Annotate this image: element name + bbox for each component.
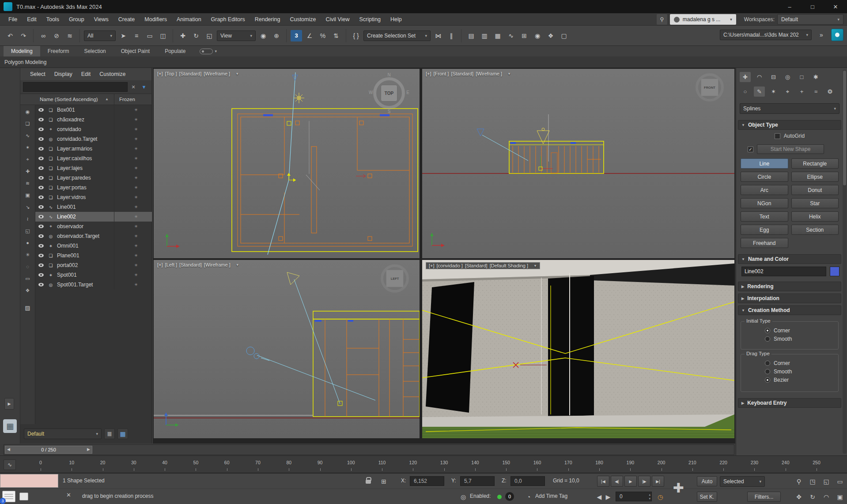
maxscript-mini-listener[interactable]: [0, 474, 58, 488]
object-name[interactable]: Layer:caixilhos: [57, 155, 120, 162]
active-layer-dropdown[interactable]: Default ▾: [24, 429, 102, 439]
viewport-filter-icon[interactable]: ▼: [507, 72, 511, 76]
rollout-name-and-color[interactable]: ▼ Name and Color: [738, 254, 841, 264]
maxscript-icon[interactable]: { }: [350, 30, 362, 41]
spinner-snap-icon[interactable]: ⇅: [330, 30, 342, 41]
viewport-label-segment[interactable]: [Top ]: [165, 71, 177, 76]
frozen-toggle-icon[interactable]: ✳: [120, 156, 152, 161]
hierarchy-tab-icon[interactable]: ⊟: [768, 72, 779, 82]
object-name[interactable]: observador: [57, 223, 120, 229]
key-filters-button[interactable]: Filters...: [747, 492, 781, 502]
frozen-toggle-icon[interactable]: ✳: [120, 117, 152, 122]
viewport-label-segment[interactable]: [convidado ]: [437, 263, 463, 268]
visibility-eye-icon[interactable]: [38, 108, 44, 112]
viewport-label-segment[interactable]: [Standard]: [451, 71, 473, 76]
visibility-eye-icon[interactable]: [38, 118, 44, 121]
explorer-search-input[interactable]: [23, 82, 128, 92]
explorer-settings-icon[interactable]: ❖: [23, 286, 33, 294]
radio-corner[interactable]: Corner: [765, 360, 838, 366]
button-arc[interactable]: Arc: [741, 185, 788, 195]
viewcube-mini[interactable]: LEFT: [386, 270, 404, 287]
reference-coordinate-system-dropdown[interactable]: View ▾: [217, 30, 256, 41]
object-name[interactable]: Plane001: [57, 252, 120, 259]
explorer-row[interactable]: ✶Omni001✳: [35, 241, 152, 251]
frozen-toggle-icon[interactable]: ✳: [120, 108, 152, 112]
object-name[interactable]: Layer:lajes: [57, 165, 120, 171]
compass-west[interactable]: W: [369, 90, 373, 95]
render-production-icon[interactable]: [831, 29, 843, 41]
menu-scripting[interactable]: Scripting: [354, 13, 386, 26]
use-pivot-point-center-icon[interactable]: ◉: [257, 30, 269, 41]
visibility-eye-icon[interactable]: [38, 244, 44, 248]
hidden-filter-icon[interactable]: ◌: [23, 263, 33, 271]
folder-icon[interactable]: ▨: [25, 305, 30, 311]
menu-edit[interactable]: Edit: [22, 13, 42, 26]
frozen-toggle-icon[interactable]: ✳: [120, 176, 152, 180]
menu-views[interactable]: Views: [89, 13, 113, 26]
polygon-modeling-panel[interactable]: Polygon Modeling: [0, 59, 46, 65]
object-name[interactable]: Layer:armários: [57, 146, 120, 152]
button-text[interactable]: Text: [741, 211, 788, 222]
roll-view-icon[interactable]: ◠: [821, 491, 832, 502]
render-setup-icon[interactable]: ❖: [545, 30, 556, 41]
display-filter-icon[interactable]: ◉: [23, 108, 33, 116]
button-star[interactable]: Star: [791, 198, 839, 208]
button-circle[interactable]: Circle: [741, 172, 788, 182]
frozen-toggle-icon[interactable]: ✳: [120, 273, 152, 277]
radio-smooth[interactable]: Smooth: [765, 369, 838, 375]
geometry-filter-icon[interactable]: ❏: [23, 120, 33, 128]
angle-snap-icon[interactable]: ∠: [304, 30, 315, 41]
button-egg[interactable]: Egg: [741, 225, 788, 235]
search-icon[interactable]: ⚲: [657, 14, 667, 25]
frozen-toggle-icon[interactable]: ✳: [120, 244, 152, 248]
maximize-button[interactable]: □: [801, 0, 824, 13]
snaps-toggle-button[interactable]: 3: [291, 30, 302, 41]
explorer-row[interactable]: ∿Line001✳: [35, 202, 152, 212]
helpers-category-icon[interactable]: +: [796, 87, 807, 97]
materials-filter-icon[interactable]: ●: [23, 239, 33, 247]
explorer-row[interactable]: ❏Layer:paredes✳: [35, 173, 152, 183]
close-button[interactable]: ✕: [824, 0, 847, 13]
frozen-toggle-icon[interactable]: ✳: [120, 282, 152, 287]
lights-category-icon[interactable]: ✶: [768, 87, 779, 97]
redo-icon[interactable]: ↷: [18, 30, 29, 41]
rollout-creation-method[interactable]: ▼ Creation Method: [738, 305, 841, 315]
selection-filter-dropdown[interactable]: All ▾: [84, 30, 116, 41]
viewport-left[interactable]: [+][Left ][Standard][Wireframe ]▼ LEFT: [154, 260, 420, 438]
rollout-rendering[interactable]: ▶ Rendering: [738, 282, 841, 291]
viewport-filter-icon[interactable]: ▼: [236, 263, 239, 267]
y-coordinate-field[interactable]: 5,7: [460, 476, 495, 486]
visibility-eye-icon[interactable]: [38, 137, 44, 141]
time-slider-thumb[interactable]: ◀ 0 / 250 ▶: [5, 446, 92, 454]
motion-tab-icon[interactable]: ◎: [782, 72, 793, 82]
navigation-cross-icon[interactable]: ✚: [668, 476, 689, 499]
explorer-column-header[interactable]: Name (Sorted Ascending) ▲ Frozen: [20, 94, 151, 105]
display-tab-icon[interactable]: □: [796, 72, 807, 82]
rendered-frame-window-icon[interactable]: ▢: [558, 30, 570, 41]
object-name-field[interactable]: [741, 267, 826, 276]
compass-south[interactable]: S: [388, 109, 391, 114]
viewport-layout-tabs-icon[interactable]: ▦: [3, 419, 17, 433]
expand-panel-icon[interactable]: ▶: [4, 398, 14, 410]
select-and-move-icon[interactable]: ✚: [177, 30, 189, 41]
cameras-filter-icon[interactable]: ⌖: [23, 155, 33, 163]
frame-spinner[interactable]: ▴▾: [649, 493, 650, 500]
button-ngon[interactable]: NGon: [741, 198, 788, 208]
visibility-eye-icon[interactable]: [38, 254, 44, 257]
zoom-extents-icon[interactable]: ◱: [821, 476, 832, 487]
explorer-menu-edit[interactable]: Edit: [77, 71, 95, 77]
toolbar-overflow-icon[interactable]: »: [816, 29, 827, 41]
radio-bezier[interactable]: Bezier: [765, 377, 838, 383]
spline-category-dropdown[interactable]: Splines ▾: [740, 103, 839, 114]
frozen-toggle-icon[interactable]: ✳: [120, 185, 152, 190]
frozen-toggle-icon[interactable]: ✳: [120, 224, 152, 229]
select-by-name-icon[interactable]: ≡: [131, 30, 142, 41]
play-button[interactable]: ▶: [624, 476, 637, 487]
explorer-menu-display[interactable]: Display: [50, 71, 77, 77]
frozen-toggle-icon[interactable]: ✳: [120, 166, 152, 170]
compass-east[interactable]: E: [406, 90, 409, 95]
start-new-shape-button[interactable]: Start New Shape: [757, 144, 824, 154]
systems-category-icon[interactable]: ❂: [824, 87, 836, 97]
explorer-row[interactable]: ❏Plane001✳: [35, 251, 152, 260]
helpers-filter-icon[interactable]: ✚: [23, 167, 33, 175]
